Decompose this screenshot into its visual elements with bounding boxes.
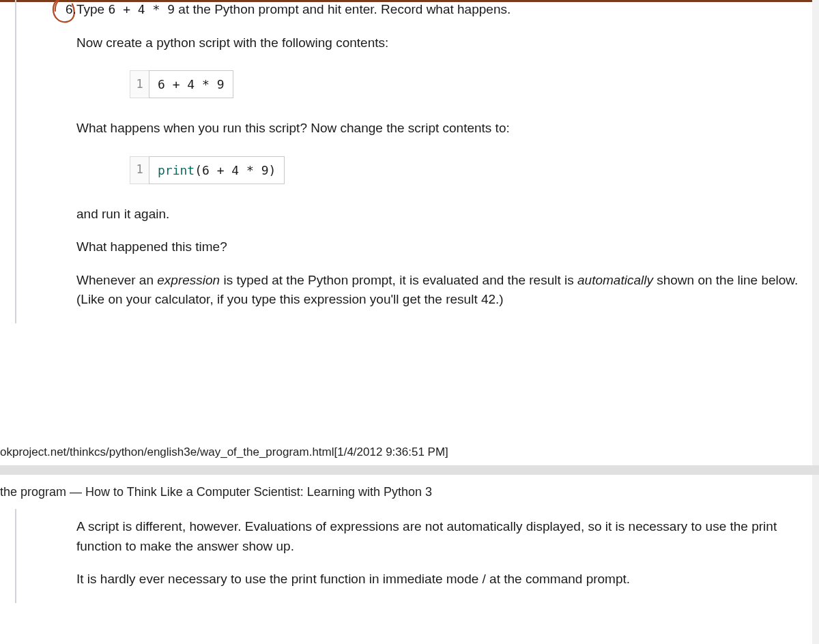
para1-before: Type (76, 2, 108, 16)
page-break (0, 465, 819, 475)
para6-b: is typed at the Python prompt, it is eva… (220, 273, 577, 287)
code-block-2: 1 print(6 + 4 * 9) (130, 156, 811, 184)
content-block-lower: A script is different, however. Evaluati… (15, 509, 811, 603)
paragraph-1: Type 6 + 4 * 9 at the Python prompt and … (76, 0, 811, 20)
content-inner: Type 6 + 4 * 9 at the Python prompt and … (16, 0, 811, 310)
code-lineno: 1 (130, 156, 149, 184)
para6-em1: expression (157, 273, 220, 287)
code-content: print(6 + 4 * 9) (149, 156, 285, 184)
code-content: 6 + 4 * 9 (149, 70, 233, 98)
content-block-upper: 6. Type 6 + 4 * 9 at the Python prompt a… (15, 0, 811, 323)
list-item-number: 6. (66, 0, 76, 20)
paragraph-2: Now create a python script with the foll… (76, 33, 811, 53)
para1-after: at the Python prompt and hit enter. Reco… (175, 2, 511, 16)
page: 6. Type 6 + 4 * 9 at the Python prompt a… (0, 0, 819, 644)
paragraph-3: What happens when you run this script? N… (76, 119, 811, 138)
paragraph-7: A script is different, however. Evaluati… (76, 517, 811, 556)
inline-code: 6 + 4 * 9 (108, 2, 175, 16)
para6-em2: automatically (577, 273, 653, 287)
paragraph-4: and run it again. (76, 205, 811, 224)
content-inner-2: A script is different, however. Evaluati… (16, 509, 811, 589)
code-token-fn: print (158, 163, 195, 177)
page-footer-url: okproject.net/thinkcs/python/english3e/w… (0, 443, 448, 461)
paragraph-8: It is hardly ever necessary to use the p… (76, 570, 811, 589)
page-header-next: the program — How to Think Like a Comput… (0, 483, 432, 501)
code-token-rest: (6 + 4 * 9) (195, 163, 276, 177)
paragraph-5: What happened this time? (76, 237, 811, 257)
code-lineno: 1 (130, 70, 149, 98)
para6-a: Whenever an (76, 273, 157, 287)
scrollbar-track[interactable] (812, 0, 819, 644)
paragraph-6: Whenever an expression is typed at the P… (76, 271, 811, 310)
code-block-1: 1 6 + 4 * 9 (130, 70, 811, 98)
